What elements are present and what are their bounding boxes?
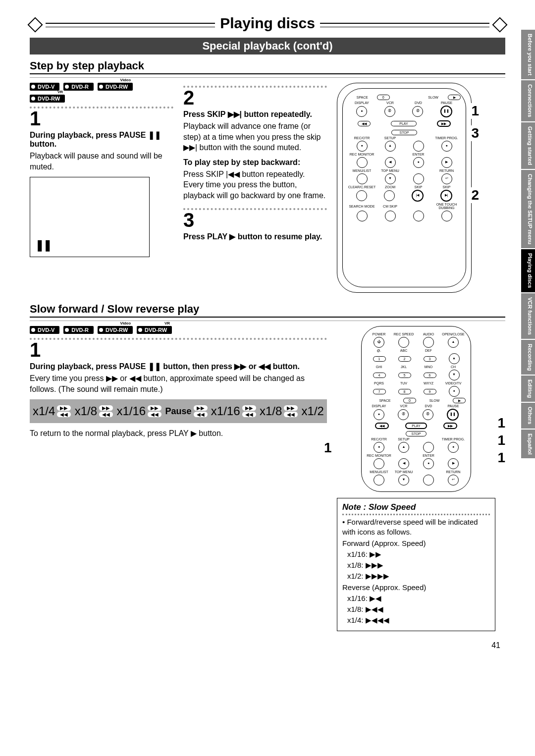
note-rev-1: x1/16: ▶◀ — [342, 594, 490, 603]
tab-vcr: VCR functions — [521, 293, 535, 339]
note-fwd-3: x1/2: ▶▶▶▶ — [342, 571, 490, 581]
tab-getting-started: Getting started — [521, 122, 535, 169]
badge2-dvdr: DVD-R — [63, 326, 94, 334]
note-rev-3: x1/4: ▶◀◀◀ — [342, 615, 490, 625]
badge-dvdrw-vr: VRDVD-RW — [30, 95, 65, 103]
tab-espanol: Español — [521, 430, 535, 459]
side-tabs: Before you start Connections Getting sta… — [521, 30, 535, 459]
badge-dvdr: DVD-R — [63, 83, 94, 91]
step-heading: Step by step playback — [30, 59, 505, 74]
tab-playing-discs: Playing discs — [521, 249, 535, 292]
note-bullet: • Forward/reverse speed will be indicate… — [342, 517, 490, 538]
step2-head: Press SKIP ▶▶| button repeatedly. — [183, 109, 327, 119]
note-rev-label: Reverse (Approx. Speed) — [342, 583, 490, 593]
step1-body: Playback will pause and sound will be mu… — [30, 151, 173, 172]
pause-screen: ❚❚ — [30, 177, 150, 257]
pause-icon: ❚❚ — [35, 239, 51, 252]
step2-sub-head: To play step by step backward: — [183, 158, 327, 167]
note-box: Note : Slow Speed • Forward/reverse spee… — [337, 498, 495, 631]
step2-number: 2 — [183, 88, 327, 108]
slow-heading: Slow forward / Slow reverse play — [30, 303, 505, 318]
callout2-r2: 1 — [497, 432, 505, 448]
step2-body: Playback will advance one frame (or step… — [183, 121, 327, 153]
tab-before-you-start: Before you start — [521, 30, 535, 79]
note-fwd-1: x1/16: ▶▶ — [342, 549, 490, 559]
tab-editing: Editing — [521, 376, 535, 402]
callout2-left: 1 — [324, 440, 332, 456]
step3-head: Press PLAY ▶ button to resume play. — [183, 232, 327, 241]
section-title: Special playback (cont'd) — [30, 38, 505, 54]
badge2-dvdrw-vr: VRDVD-RW — [137, 326, 172, 334]
note-rev-2: x1/8: ▶◀◀ — [342, 604, 490, 614]
slow-step1-num: 1 — [30, 340, 327, 360]
note-fwd-label: Forward (Approx. Speed) — [342, 539, 490, 548]
note-title: Note : Slow Speed — [342, 502, 490, 515]
badge2-dvdrw-v: VideoDVD-RW — [98, 326, 133, 334]
callout-2: 2 — [471, 187, 479, 203]
speed-chart: x1/4▶▶◀◀ x1/8▶▶◀◀ x1/16▶▶◀◀ Pause▶▶◀◀ x1… — [30, 399, 327, 423]
tab-setup-menu: Changing the SETUP menu — [521, 170, 535, 248]
slow-step1-head: During playback, press PAUSE ❚❚ button, … — [30, 362, 327, 371]
slow-step1-body: Every time you press ▶▶ or ◀◀ button, ap… — [30, 373, 327, 394]
step1-head: During playback, press PAUSE ❚❚ button. — [30, 130, 173, 149]
callout-3: 3 — [471, 125, 479, 141]
step3-number: 3 — [183, 210, 327, 230]
badge-dvdrw-video: VideoDVD-RW — [98, 83, 133, 91]
badge2-dvdv: DVD-V — [30, 326, 59, 334]
callout2-r1: 1 — [497, 415, 505, 431]
note-fwd-2: x1/8: ▶▶▶ — [342, 560, 490, 570]
page-number: 41 — [30, 641, 505, 650]
slow-resume-text: To return to the normal playback, press … — [30, 428, 327, 439]
tab-connections: Connections — [521, 80, 535, 121]
step1-number: 1 — [30, 108, 173, 128]
tab-recording: Recording — [521, 340, 535, 375]
badge-dvdv: DVD-V — [30, 83, 59, 91]
callout-1: 1 — [471, 103, 479, 119]
remote-diagram-2: 1 1 1 1 POWERREC SPEEDAUDIOOPEN/CLOSE ⏻▲… — [337, 326, 495, 492]
step2-sub-body: Press SKIP |◀◀ button repeatedly. Every … — [183, 169, 327, 201]
tab-others: Others — [521, 403, 535, 428]
remote-diagram-1: 1 3 2 SPACE0SLOW▶ DISPLAYVCRDVDPAUSE ●⦿⦿… — [342, 88, 466, 287]
callout2-r3: 1 — [497, 450, 505, 466]
disc-badges: DVD-V DVD-R VideoDVD-RW — [30, 83, 173, 91]
chapter-title: Playing discs — [220, 15, 315, 32]
chapter-header-decoration: Playing discs — [30, 15, 505, 35]
